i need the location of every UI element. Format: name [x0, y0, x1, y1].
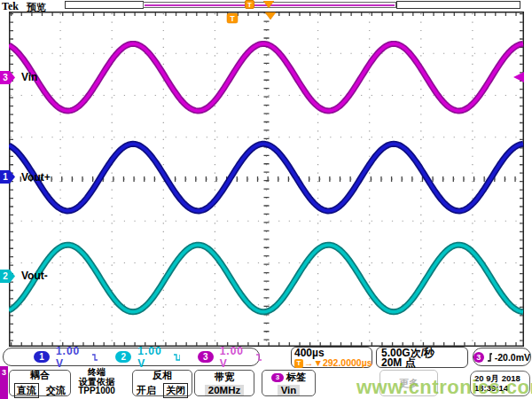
svg-text:1: 1 — [3, 172, 8, 182]
channel2-badge: 2 — [115, 351, 131, 363]
coupling-dc-option[interactable]: 直流 — [14, 383, 39, 398]
channel1-readout[interactable]: 1 1.00 V — [34, 345, 98, 370]
channel1-badge: 1 — [34, 351, 50, 363]
termination-line1: 终端 — [74, 368, 119, 378]
termination-line3: TPP1000 — [74, 387, 119, 396]
record-view-left-segment — [65, 1, 144, 9]
label-title: 标签 — [286, 371, 306, 384]
label-menu-button[interactable]: 3 标签 Vin — [262, 370, 316, 396]
label-value: Vin — [278, 385, 301, 395]
menu-channel-tab[interactable]: 3 — [0, 366, 8, 399]
trigger-position-value: →▼292.0000µs — [304, 358, 372, 368]
waveform-label-vin: Vin — [21, 71, 37, 83]
trigger-readout-box: 3 -20.0mV — [473, 348, 531, 366]
channel1-position-tag[interactable]: 1 — [0, 170, 16, 184]
trigger-source-badge: 3 — [473, 352, 484, 363]
termination-setting-text: 终端 设置依据 TPP1000 — [74, 368, 119, 396]
invert-title: 反相 — [153, 369, 172, 382]
graticule: T — [9, 12, 524, 347]
bandwidth-value: 20MHz — [205, 385, 244, 395]
record-view-trigger-icon[interactable]: T — [245, 0, 254, 9]
invert-off-option[interactable]: 关闭 — [163, 383, 188, 398]
svg-text:2: 2 — [3, 271, 8, 281]
invert-on-option[interactable]: 开启 — [137, 384, 156, 397]
oscilloscope-screen: Tek 预览 T T 3 1 2 Vin Vout+ Vout- — [0, 0, 532, 399]
coupling-ac-option[interactable]: 交流 — [46, 384, 66, 397]
graticule-border — [10, 12, 524, 347]
channel3-readout[interactable]: 3 1.00 V — [198, 345, 262, 370]
bandwidth-title: 带宽 — [215, 371, 234, 384]
horizontal-readout-box: 400µs T →▼292.0000µs — [291, 347, 372, 368]
record-length-readout: 20M 点 — [381, 358, 463, 368]
channel2-readout[interactable]: 2 1.00 V — [115, 345, 179, 370]
svg-text:T: T — [230, 14, 235, 23]
channel3-badge: 3 — [198, 351, 214, 363]
channel1-scale: 1.00 V — [56, 345, 85, 370]
label-channel-badge: 3 — [271, 373, 284, 382]
bandwidth-menu-button[interactable]: 带宽 20MHz — [194, 370, 254, 396]
acquisition-readout-box: 5.00G次/秒 20M 点 — [376, 347, 468, 368]
coupling-title: 耦合 — [30, 369, 50, 382]
record-view-expansion-marker-icon[interactable] — [263, 1, 274, 8]
trigger-position-readout: T →▼292.0000µs — [294, 358, 369, 368]
graticule-trigger-icon[interactable]: T — [227, 13, 238, 23]
waveform-label-vout-minus: Vout- — [21, 270, 48, 282]
channel3-scale: 1.00 V — [220, 345, 249, 370]
watermark-text: www.cntronics.com — [356, 376, 532, 399]
coupling-menu-button[interactable]: 耦合 直流 交流 — [9, 370, 71, 396]
waveform-label-vout-plus: Vout+ — [21, 171, 51, 184]
channel3-coupling-icon — [255, 352, 262, 363]
trigger-level-readout: -20.0mV — [495, 352, 530, 363]
channel2-scale: 1.00 V — [137, 345, 167, 370]
channel-readouts-box: 1 1.00 V 2 1.00 V 3 1.00 V — [3, 348, 260, 366]
trigger-t-icon: T — [294, 359, 303, 368]
channel3-position-tag[interactable]: 3 — [0, 71, 16, 84]
svg-text:3: 3 — [3, 73, 8, 82]
rising-edge-icon — [487, 352, 492, 363]
channel2-position-tag[interactable]: 2 — [0, 270, 16, 283]
channel1-coupling-icon — [91, 352, 98, 363]
invert-menu-button[interactable]: 反相 开启 关闭 — [132, 370, 192, 396]
channel2-coupling-icon — [173, 352, 179, 363]
record-view-right-segment — [396, 1, 520, 9]
trigger-level-marker-icon[interactable] — [512, 72, 525, 82]
